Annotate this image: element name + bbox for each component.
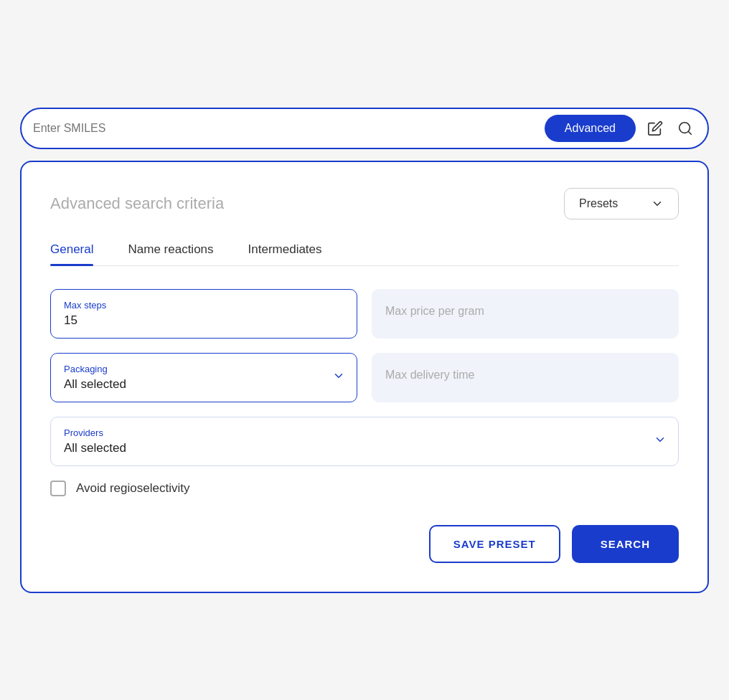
avoid-regioselectivity-checkbox[interactable] bbox=[50, 481, 66, 496]
max-delivery-field[interactable]: Max delivery time bbox=[372, 353, 679, 402]
tab-name-reactions[interactable]: Name reactions bbox=[128, 242, 213, 265]
svg-line-1 bbox=[688, 131, 691, 134]
max-price-placeholder: Max price per gram bbox=[385, 300, 665, 323]
search-button[interactable] bbox=[674, 118, 696, 139]
search-bar: Advanced bbox=[20, 108, 709, 149]
max-steps-value: 15 bbox=[64, 313, 344, 328]
providers-chevron-icon bbox=[654, 433, 667, 449]
panel-header: Advanced search criteria Presets bbox=[50, 188, 679, 219]
form-row-2: Packaging All selected Max delivery time bbox=[50, 353, 679, 402]
max-steps-label: Max steps bbox=[64, 300, 344, 311]
smiles-input[interactable] bbox=[33, 122, 536, 135]
packaging-label: Packaging bbox=[64, 364, 344, 374]
avoid-regioselectivity-label: Avoid regioselectivity bbox=[76, 481, 189, 496]
advanced-panel: Advanced search criteria Presets General… bbox=[20, 161, 709, 593]
providers-field[interactable]: Providers All selected bbox=[50, 417, 679, 466]
packaging-value: All selected bbox=[64, 377, 344, 392]
tabs: General Name reactions Intermediates bbox=[50, 242, 679, 266]
edit-icon bbox=[647, 120, 663, 136]
buttons-row: SAVE PRESET SEARCH bbox=[50, 525, 679, 563]
search-icon bbox=[677, 120, 693, 136]
packaging-field[interactable]: Packaging All selected bbox=[50, 353, 357, 402]
tab-intermediates[interactable]: Intermediates bbox=[248, 242, 322, 265]
providers-value: All selected bbox=[64, 441, 665, 455]
max-steps-field[interactable]: Max steps 15 bbox=[50, 289, 357, 339]
checkbox-row: Avoid regioselectivity bbox=[50, 481, 679, 496]
packaging-chevron-icon bbox=[332, 369, 345, 385]
max-price-field[interactable]: Max price per gram bbox=[372, 289, 679, 339]
providers-label: Providers bbox=[64, 427, 665, 438]
advanced-button[interactable]: Advanced bbox=[545, 115, 636, 142]
tab-general[interactable]: General bbox=[50, 242, 93, 265]
presets-dropdown[interactable]: Presets bbox=[564, 188, 679, 219]
form-row-1: Max steps 15 Max price per gram bbox=[50, 289, 679, 339]
search-action-button[interactable]: SEARCH bbox=[572, 525, 679, 563]
edit-button[interactable] bbox=[644, 118, 666, 139]
panel-title: Advanced search criteria bbox=[50, 194, 224, 213]
save-preset-button[interactable]: SAVE PRESET bbox=[429, 525, 560, 563]
chevron-down-icon bbox=[651, 197, 664, 210]
max-delivery-placeholder: Max delivery time bbox=[385, 364, 665, 387]
